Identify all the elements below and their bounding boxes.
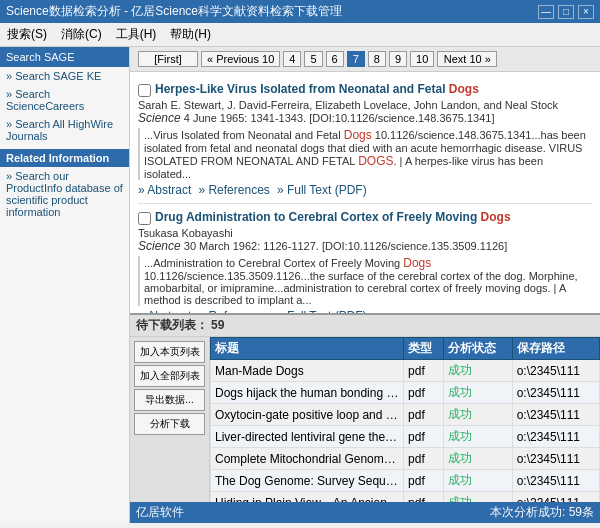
minimize-button[interactable]: — xyxy=(538,5,554,19)
table-row[interactable]: Dogs hijack the human bonding pathwaypdf… xyxy=(211,382,600,404)
export-data-button[interactable]: 导出数据... xyxy=(134,389,205,411)
title-text: Science数据检索分析 - 亿居Science科学文献资料检索下载管理 xyxy=(6,3,342,20)
result-1-title[interactable]: Herpes-Like Virus Isolated from Neonatal… xyxy=(155,82,479,96)
result-1-fulltext-link[interactable]: » Full Text (PDF) xyxy=(277,183,367,197)
table-row[interactable]: Liver-directed lentiviral gene therapy i… xyxy=(211,426,600,448)
analyze-download-button[interactable]: 分析下载 xyxy=(134,413,205,435)
results-list: Herpes-Like Virus Isolated from Neonatal… xyxy=(130,72,600,313)
page-5-button[interactable]: 5 xyxy=(304,51,322,67)
main-container: Search SAGE Search SAGE KE Search Scienc… xyxy=(0,47,600,523)
result-2-journal: Science 30 March 1962: 1126-1127. [DOI:1… xyxy=(138,239,592,253)
table-row[interactable]: Complete Mitochondrial Genomes of Ancien… xyxy=(211,448,600,470)
table-row[interactable]: Hiding in Plain View—An Ancient Dog in t… xyxy=(211,492,600,503)
result-2-snippet: ...Administration to Cerebral Cortex of … xyxy=(138,256,592,306)
related-info-section: Related Information xyxy=(0,149,129,167)
menu-help[interactable]: 帮助(H) xyxy=(167,25,214,44)
footer: 亿居软件 本次分析成功: 59条 xyxy=(130,502,600,523)
table-row[interactable]: Man-Made Dogspdf成功o:\2345\111 xyxy=(211,360,600,382)
download-table-container: 标题 类型 分析状态 保存路径 Man-Made Dogspdf成功o:\234… xyxy=(210,337,600,502)
table-row[interactable]: Oxytocin-gate positive loop and the coev… xyxy=(211,404,600,426)
result-1-highlight: Dogs xyxy=(449,82,479,96)
window-controls: — □ × xyxy=(538,5,594,19)
download-table: 标题 类型 分析状态 保存路径 Man-Made Dogspdf成功o:\234… xyxy=(210,337,600,502)
menu-clear[interactable]: 消除(C) xyxy=(58,25,105,44)
result-1-checkbox[interactable] xyxy=(138,84,151,97)
result-1-references-link[interactable]: » References xyxy=(198,183,269,197)
result-1-snippet: ...Virus Isolated from Neonatal and Feta… xyxy=(138,128,592,180)
result-1-links: » Abstract » References » Full Text (PDF… xyxy=(138,183,592,197)
bottom-buttons: 加入本页列表 加入全部列表 导出数据... 分析下载 xyxy=(130,337,210,502)
maximize-button[interactable]: □ xyxy=(558,5,574,19)
result-1-journal: Science 4 June 1965: 1341-1343. [DOI:10.… xyxy=(138,111,592,125)
sidebar-link-sage-ke[interactable]: Search SAGE KE xyxy=(0,67,129,85)
result-2-highlight: Dogs xyxy=(481,210,511,224)
add-all-list-button[interactable]: 加入全部列表 xyxy=(134,365,205,387)
title-bar: Science数据检索分析 - 亿居Science科学文献资料检索下载管理 — … xyxy=(0,0,600,23)
result-2-authors: Tsukasa Kobayashi xyxy=(138,227,592,239)
sidebar: Search SAGE Search SAGE KE Search Scienc… xyxy=(0,47,130,523)
col-status: 分析状态 xyxy=(443,338,512,360)
bottom-content: 加入本页列表 加入全部列表 导出数据... 分析下载 标题 类型 分析状态 保存… xyxy=(130,337,600,502)
result-item-2: Drug Administration to Cerebral Cortex o… xyxy=(138,204,592,313)
sidebar-link-science-careers[interactable]: Search ScienceCareers xyxy=(0,85,129,115)
result-2-checkbox[interactable] xyxy=(138,212,151,225)
result-item-1: Herpes-Like Virus Isolated from Neonatal… xyxy=(138,76,592,204)
col-path: 保存路径 xyxy=(512,338,599,360)
result-1-abstract-link[interactable]: » Abstract xyxy=(138,183,191,197)
search-sage-button[interactable]: Search SAGE xyxy=(0,47,129,67)
menu-bar: 搜索(S) 消除(C) 工具(H) 帮助(H) xyxy=(0,23,600,47)
pagination-bar: [First] « Previous 10 4 5 6 7 8 9 10 Nex… xyxy=(130,47,600,72)
menu-search[interactable]: 搜索(S) xyxy=(4,25,50,44)
col-title: 标题 xyxy=(211,338,404,360)
bottom-panel: 待下载列表： 59 加入本页列表 加入全部列表 导出数据... 分析下载 标题 xyxy=(130,313,600,523)
result-1-authors: Sarah E. Stewart, J. David-Ferreira, Eli… xyxy=(138,99,592,111)
sidebar-link-productinfo[interactable]: Search our ProductInfo database of scien… xyxy=(0,167,129,221)
add-page-list-button[interactable]: 加入本页列表 xyxy=(134,341,205,363)
sidebar-link-highwire[interactable]: Search All HighWire Journals xyxy=(0,115,129,145)
col-type: 类型 xyxy=(404,338,444,360)
download-count: 59 xyxy=(211,318,224,332)
next-page-button[interactable]: Next 10 » xyxy=(437,51,497,67)
result-2-title[interactable]: Drug Administration to Cerebral Cortex o… xyxy=(155,210,511,224)
footer-right: 本次分析成功: 59条 xyxy=(490,504,594,521)
close-button[interactable]: × xyxy=(578,5,594,19)
table-row[interactable]: The Dog Genome: Survey Sequencing and Co… xyxy=(211,470,600,492)
page-8-button[interactable]: 8 xyxy=(368,51,386,67)
bottom-header: 待下载列表： 59 xyxy=(130,315,600,337)
prev-page-button[interactable]: « Previous 10 xyxy=(201,51,280,67)
page-9-button[interactable]: 9 xyxy=(389,51,407,67)
page-4-button[interactable]: 4 xyxy=(283,51,301,67)
page-10-button[interactable]: 10 xyxy=(410,51,434,67)
first-page-button[interactable]: [First] xyxy=(138,51,198,67)
menu-tools[interactable]: 工具(H) xyxy=(113,25,160,44)
footer-left: 亿居软件 xyxy=(136,504,184,521)
page-7-button[interactable]: 7 xyxy=(347,51,365,67)
content-area: [First] « Previous 10 4 5 6 7 8 9 10 Nex… xyxy=(130,47,600,523)
page-6-button[interactable]: 6 xyxy=(326,51,344,67)
